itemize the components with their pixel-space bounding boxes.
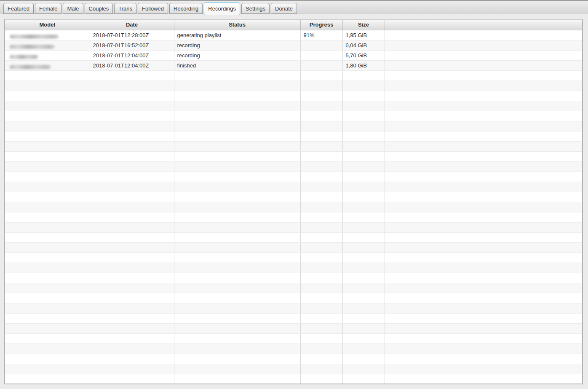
tab-female[interactable]: Female (35, 3, 61, 14)
empty-cell (300, 151, 342, 161)
tab-settings[interactable]: Settings (241, 3, 270, 14)
empty-cell (5, 263, 90, 273)
empty-cell (300, 182, 342, 192)
empty-row (5, 374, 582, 384)
empty-row (5, 293, 582, 303)
column-header-date[interactable]: Date (90, 20, 174, 30)
empty-cell (342, 222, 385, 232)
empty-cell (5, 101, 90, 111)
empty-cell (90, 202, 174, 212)
cell-extra (385, 50, 582, 60)
empty-cell (342, 131, 385, 141)
empty-cell (342, 212, 385, 222)
empty-cell (342, 333, 385, 343)
empty-cell (342, 242, 385, 252)
empty-cell (5, 91, 90, 101)
table-row[interactable]: 2018-07-01T16:52:00Zrecording0,04 GiB (5, 40, 582, 50)
empty-row (5, 121, 582, 131)
tab-trans[interactable]: Trans (114, 3, 136, 14)
empty-cell (342, 364, 385, 374)
empty-row (5, 141, 582, 151)
empty-cell (90, 161, 174, 172)
tab-recordings[interactable]: Recordings (204, 2, 240, 15)
cell-date: 2018-07-01T12:04:00Z (90, 60, 174, 70)
empty-cell (90, 151, 174, 161)
empty-cell (300, 273, 342, 283)
empty-cell (385, 202, 582, 212)
empty-cell (174, 212, 300, 222)
empty-cell (5, 242, 90, 252)
column-header-size[interactable]: Size (342, 20, 385, 30)
cell-extra (385, 40, 582, 50)
cell-date: 2018-07-01T12:04:00Z (90, 50, 174, 60)
empty-cell (174, 141, 300, 151)
cell-status: finished (174, 60, 300, 70)
cell-date: 2018-07-01T12:28:00Z (90, 30, 174, 40)
empty-cell (174, 242, 300, 252)
empty-cell (174, 192, 300, 202)
cell-extra (385, 30, 582, 40)
tab-recording[interactable]: Recording (169, 3, 203, 14)
empty-cell (342, 161, 385, 172)
empty-cell (5, 232, 90, 242)
empty-cell (300, 263, 342, 273)
empty-cell (174, 101, 300, 111)
empty-cell (342, 91, 385, 101)
empty-cell (90, 141, 174, 151)
empty-cell (385, 354, 582, 364)
empty-cell (342, 303, 385, 313)
empty-cell (5, 222, 90, 232)
empty-cell (90, 212, 174, 222)
empty-cell (342, 273, 385, 283)
tab-donate[interactable]: Donate (271, 3, 297, 14)
empty-cell (300, 172, 342, 182)
empty-row (5, 161, 582, 172)
empty-cell (385, 131, 582, 141)
tab-male[interactable]: Male (63, 3, 83, 14)
empty-cell (90, 364, 174, 374)
recordings-table: ModelDateStatusProgressSize 2018-07-01T1… (5, 20, 582, 384)
column-header-progress[interactable]: Progress (300, 20, 342, 30)
cell-model (5, 60, 90, 70)
empty-cell (342, 172, 385, 182)
empty-cell (300, 242, 342, 252)
table-row[interactable]: 2018-07-01T12:28:00Zgenerating playlist9… (5, 30, 582, 40)
empty-cell (90, 263, 174, 273)
empty-cell (174, 111, 300, 121)
empty-cell (5, 343, 90, 354)
empty-cell (90, 222, 174, 232)
empty-row (5, 323, 582, 333)
empty-cell (385, 161, 582, 172)
cell-progress (300, 60, 342, 70)
empty-cell (385, 192, 582, 202)
table-row[interactable]: 2018-07-01T12:04:00Zrecording5,70 GiB (5, 50, 582, 60)
tab-followed[interactable]: Followed (138, 3, 168, 14)
empty-cell (342, 263, 385, 273)
empty-cell (174, 202, 300, 212)
column-header-model[interactable]: Model (5, 20, 90, 30)
table-row[interactable]: 2018-07-01T12:04:00Zfinished1,80 GiB (5, 60, 582, 70)
tab-couples[interactable]: Couples (85, 3, 113, 14)
empty-cell (5, 252, 90, 263)
empty-cell (342, 354, 385, 364)
cell-progress (300, 40, 342, 50)
empty-cell (342, 141, 385, 151)
empty-cell (342, 283, 385, 293)
tab-bar: FeaturedFemaleMaleCouplesTransFollowedRe… (0, 0, 588, 14)
empty-cell (300, 323, 342, 333)
empty-cell (385, 111, 582, 121)
empty-cell (385, 374, 582, 384)
empty-row (5, 172, 582, 182)
empty-cell (90, 354, 174, 364)
empty-cell (5, 333, 90, 343)
empty-row (5, 222, 582, 232)
empty-cell (5, 141, 90, 151)
empty-cell (300, 131, 342, 141)
column-header-status[interactable]: Status (174, 20, 300, 30)
empty-cell (385, 252, 582, 263)
empty-cell (5, 131, 90, 141)
tab-featured[interactable]: Featured (3, 3, 34, 14)
empty-cell (385, 263, 582, 273)
empty-cell (300, 313, 342, 323)
empty-cell (174, 222, 300, 232)
